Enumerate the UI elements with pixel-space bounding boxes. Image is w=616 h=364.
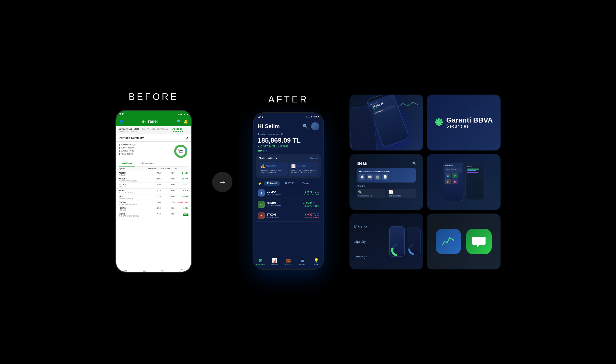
equity-value: 185,869.09 TL (254, 136, 323, 145)
ozrdn-price: ▲ 15.00 TL ⓘ +1.01 TL +7.22% (303, 202, 319, 207)
after-app-header: Hi Selim 🔍 (254, 120, 323, 132)
filter-tab-bist30[interactable]: BIST 30 (282, 181, 297, 186)
after-wifi-icon: wifi (314, 115, 317, 118)
notif-cards: 💰 Today 10:05 Received dividend from TTK… (259, 162, 318, 176)
screenshot-bot-right (427, 214, 501, 269)
chart-app-icon (436, 229, 461, 254)
app-icons-card (427, 214, 501, 269)
bell-icon[interactable]: 🔔 (184, 119, 188, 124)
view-all-link[interactable]: View all (310, 157, 318, 160)
equity-label: Total equity value 👁 (254, 132, 323, 136)
after-nav-portfolio[interactable]: 💼 Portfolio (282, 254, 296, 269)
efficiency-label: Efficiency (354, 224, 368, 228)
market-icon: 📊 (272, 258, 277, 263)
tab-positions[interactable]: Positions (119, 161, 135, 166)
after-nav-orders[interactable]: ☰ Orders (295, 254, 309, 269)
after-nav-overview-label: Overview (256, 263, 265, 266)
ideas-icon: 💡 (314, 258, 319, 263)
after-label: AFTER (268, 94, 309, 105)
equity-change-val: +10,377.94 TL (258, 145, 276, 148)
after-bottom-nav: ⊞ Overview 📊 Market 💼 Portfolio ☰ Orders… (254, 254, 323, 269)
ttkom-change: -0.08 TL -0.80% (304, 216, 319, 219)
stock-item-ozrdn[interactable]: O OZRDN Ozerden Plastik ▲ 15.00 TL ⓘ +1.… (256, 199, 321, 210)
ideas-discover-text: Discover GarantiBBVA Ideas (359, 170, 414, 173)
filter-tab-banks[interactable]: Banks (299, 181, 313, 186)
after-avatar[interactable] (311, 122, 319, 130)
filter-tab-potential[interactable]: Potential (264, 181, 280, 186)
garanti-logo: ❋ Garanti BBVA Securities (427, 95, 501, 150)
before-battery: ■ (187, 113, 188, 115)
ideas-analyze-text-1: Research Reports (358, 195, 384, 197)
egepo-name: Nasmed Egepol (267, 193, 304, 195)
table-row: ISCTRT. İŞ BANKASI C GRUBU 7,430,00 BUY (116, 212, 191, 218)
collapse-icon[interactable]: ∧ (186, 136, 188, 140)
garanti-logo-symbol: ❋ (434, 117, 443, 128)
ideas-analyze-icon-2: 📈 (389, 190, 415, 194)
leverage-label: Leverage (354, 255, 368, 259)
legend-label-isctr: ISCTR %0,03 (121, 147, 134, 149)
before-table-header: Symbol Last Price Ave. Cost P/L (116, 166, 191, 171)
ttkom-price: ▼ 9.90 TL ⓘ -0.08 TL -0.80% (304, 213, 319, 219)
tab-trade-activities[interactable]: Trade Activities (135, 161, 157, 166)
after-status-bar: 9:41 ▲▲▲ wifi ■ (254, 113, 323, 120)
dot-3 (266, 150, 267, 151)
screenshot-bot-left: Efficiency Liquidity Leverage (349, 214, 423, 269)
eff-labels: Efficiency Liquidity Leverage (354, 214, 368, 269)
ideas-analyze-item-2: 📈 Daily Securities (387, 189, 416, 198)
after-nav-ideas[interactable]: 💡 Ideas (309, 254, 323, 269)
ozrdn-logo: O (258, 201, 265, 208)
after-nav-market[interactable]: 📊 Market (268, 254, 282, 269)
stock-item-egepo[interactable]: E EGEPO Nasmed Egepol ▲ 9.75 TL ⓘ +0.20 … (256, 187, 321, 199)
gauge-phone-2 (407, 227, 421, 255)
after-search-icon[interactable]: 🔍 (302, 124, 308, 129)
acad-icon-4: 🎯 (452, 179, 458, 184)
gauge-svg-2 (407, 241, 421, 255)
account-summary-link[interactable]: Account Summary (172, 128, 188, 133)
legend-dot-garan (119, 144, 120, 146)
before-nav-myorders[interactable]: 🛒 My Orders (154, 266, 172, 272)
garanti-brand-name: Garanti BBVA (446, 116, 493, 124)
screenshot-mid-right: Academy Discover you're an expert... 📚 🧩… (427, 154, 501, 210)
before-bottom-nav: ⊡ My Page ☰ Agenda 🛒 My Orders 📊 My Port… (116, 266, 191, 272)
buy-badge[interactable]: BUY (183, 214, 188, 216)
screenshot-top-left: Hi Selim 185.869,09 +5.58% Notifications (349, 95, 423, 150)
ttkom-info-icon: ⓘ (317, 213, 319, 216)
before-nav-mypage[interactable]: ⊡ My Page (116, 266, 135, 272)
ttkom-name: Turk Telekom (267, 216, 304, 218)
academy-items: 📚 🧩 ⚡ 🎯 (445, 173, 462, 184)
mid-phone-1-content: Academy Discover you're an expert... 📚 🧩… (443, 163, 463, 186)
dot-1 (258, 150, 262, 151)
orders-nav-icon: ☰ (301, 258, 304, 263)
before-account-bar: 3533278-101 (Stock) Total P/L: -251.180,… (116, 126, 191, 134)
ideas-search-icon: 🔍 (412, 162, 416, 165)
screenshot-mid-left: Ideas 🔍 Discover GarantiBBVA Ideas 📋 📰 🤖… (349, 154, 423, 210)
stock-item-ttkom[interactable]: T TTKOM Turk Telekom ▼ 9.90 TL ⓘ -0.08 T… (256, 210, 321, 222)
ozrdn-price-val: 15.00 TL (306, 202, 316, 205)
dot-2 (263, 150, 265, 151)
before-wifi: ▲ (183, 113, 186, 115)
ideas-header-row: Ideas 🔍 (357, 161, 416, 166)
legend-dot-other (119, 153, 120, 155)
agenda-icon: ☰ (142, 269, 146, 272)
egepo-price-val: 9.75 TL (307, 190, 316, 193)
before-nav-agenda[interactable]: ☰ Agenda (135, 266, 154, 272)
ozrdn-change: +1.01 TL +7.22% (303, 205, 319, 207)
mid-phone-2-content: Equity (466, 164, 484, 175)
equity-label-text: Total equity value (258, 133, 279, 136)
table-row: HEKTSHEKTAŞ 15,960,0015,96 (116, 206, 191, 212)
ozrdn-symbol: OZRDN (267, 202, 303, 205)
gauge-phones (389, 216, 421, 267)
before-tabs: Positions Trade Activities (119, 161, 188, 166)
table-row: BAGFSBAGFAŞ 15,390,0046,17 (116, 183, 191, 189)
egepo-arrow-up: ▲ (304, 190, 307, 193)
search-icon[interactable]: 🔍 (177, 119, 181, 124)
before-nav-myportfolio[interactable]: 📊 My Portfolio (172, 266, 191, 272)
after-nav-overview[interactable]: ⊞ Overview (254, 254, 268, 269)
ozrdn-info: OZRDN Ozerden Plastik (267, 202, 303, 207)
idea-icon-1: 📋 (359, 174, 365, 180)
idea-icon-4: 📑 (382, 174, 388, 180)
academy-item-1: Discover you're an expert... (445, 168, 462, 173)
legend-item-other: Other %0,03 (119, 153, 171, 155)
after-nav-portfolio-label: Portfolio (285, 263, 292, 266)
ozrdn-name: Ozerden Plastik (267, 205, 303, 207)
